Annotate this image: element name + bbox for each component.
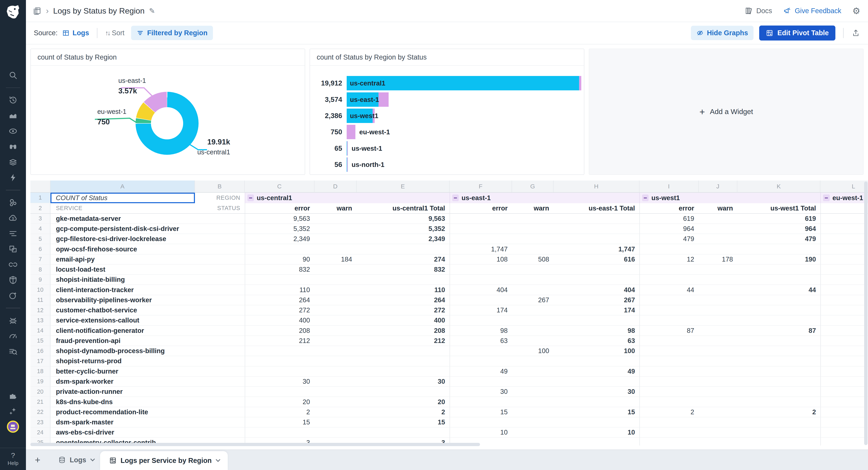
cell[interactable] (820, 397, 868, 407)
value-cell[interactable]: 400 (245, 315, 314, 325)
value-cell[interactable] (699, 224, 737, 234)
value-cell[interactable]: 2,349 (245, 234, 314, 244)
value-cell[interactable]: 9,563 (245, 214, 314, 224)
value-cell[interactable] (450, 295, 512, 305)
service-name[interactable]: observability-pipelines-worker (51, 295, 195, 305)
cell[interactable] (820, 387, 868, 397)
value-cell[interactable] (450, 275, 512, 285)
sidebar-item-log-search[interactable] (5, 344, 21, 359)
cell[interactable] (820, 224, 868, 234)
cell[interactable] (820, 417, 868, 428)
value-cell[interactable]: 98 (554, 326, 640, 336)
value-cell[interactable] (554, 438, 640, 445)
value-cell[interactable]: 404 (554, 285, 640, 295)
cell[interactable] (195, 305, 245, 315)
bar-row-eu-west-1[interactable]: 750eu-west-1 (310, 124, 584, 140)
user-avatar[interactable] (7, 420, 19, 433)
value-cell[interactable]: 508 (512, 254, 554, 264)
cell[interactable] (195, 285, 245, 295)
cell[interactable] (195, 346, 245, 356)
value-cell[interactable] (512, 214, 554, 224)
value-cell[interactable]: 5,352 (245, 224, 314, 234)
value-cell[interactable] (356, 356, 450, 366)
value-cell[interactable] (314, 428, 356, 438)
value-cell[interactable] (640, 305, 699, 315)
value-cell[interactable] (699, 234, 737, 244)
value-cell[interactable] (640, 244, 699, 254)
column-letter-F[interactable]: F (450, 181, 512, 193)
collapse-group-icon[interactable]: − (823, 194, 830, 201)
value-cell[interactable]: 44 (640, 285, 699, 295)
group-header-us-central1[interactable]: −us-central1 (245, 193, 450, 203)
value-cell[interactable] (699, 397, 737, 407)
service-name[interactable]: shopist-dynamodb-process-billing (51, 346, 195, 356)
value-cell[interactable] (737, 438, 820, 445)
value-cell[interactable] (737, 387, 820, 397)
value-cell[interactable] (640, 367, 699, 377)
value-cell[interactable] (512, 326, 554, 336)
service-name[interactable]: aws-ebs-csi-driver (51, 428, 195, 438)
value-cell[interactable] (450, 264, 512, 275)
value-cell[interactable] (640, 295, 699, 305)
value-cell[interactable] (699, 356, 737, 366)
value-cell[interactable]: 174 (450, 305, 512, 315)
sidebar-item-ci-pipelines[interactable] (5, 257, 21, 273)
value-cell[interactable] (699, 285, 737, 295)
sidebar-item-apm[interactable] (5, 139, 21, 155)
value-cell[interactable]: 267 (512, 295, 554, 305)
value-cell[interactable] (512, 377, 554, 387)
value-cell[interactable] (699, 377, 737, 387)
value-cell[interactable] (640, 356, 699, 366)
cell[interactable] (195, 264, 245, 275)
value-cell[interactable] (356, 387, 450, 397)
cell[interactable] (195, 367, 245, 377)
value-cell[interactable]: 30 (245, 377, 314, 387)
value-cell[interactable]: 2 (245, 407, 314, 417)
collapse-group-icon[interactable]: − (642, 194, 649, 201)
value-cell[interactable] (245, 356, 314, 366)
bar-row-us-north-1[interactable]: 56us-north-1 (310, 156, 584, 173)
value-cell[interactable] (512, 336, 554, 346)
value-cell[interactable] (737, 244, 820, 254)
cell[interactable] (820, 275, 868, 285)
service-name[interactable]: product-recommendation-lite (51, 407, 195, 417)
cell[interactable] (195, 326, 245, 336)
value-cell[interactable] (450, 214, 512, 224)
value-cell[interactable]: 832 (356, 264, 450, 275)
service-name[interactable]: email-api-py (51, 254, 195, 264)
value-cell[interactable] (699, 387, 737, 397)
sidebar-item-synthetics[interactable] (5, 288, 21, 304)
value-cell[interactable]: 30 (450, 387, 512, 397)
value-cell[interactable] (640, 417, 699, 428)
value-cell[interactable]: 10 (554, 428, 640, 438)
value-cell[interactable] (314, 377, 356, 387)
selected-cell-a1[interactable]: COUNT of Status (51, 193, 195, 203)
value-cell[interactable]: 184 (314, 254, 356, 264)
service-name[interactable]: fraud-prevention-api (51, 336, 195, 346)
value-cell[interactable] (314, 295, 356, 305)
value-cell[interactable] (450, 356, 512, 366)
sidebar-item-security[interactable] (5, 272, 21, 288)
cell[interactable] (195, 336, 245, 346)
cell[interactable] (195, 387, 245, 397)
value-cell[interactable] (554, 397, 640, 407)
cell[interactable] (820, 285, 868, 295)
bar-row-us-west1[interactable]: 2,386us-west1 (310, 107, 584, 124)
cell[interactable] (195, 428, 245, 438)
value-cell[interactable] (314, 224, 356, 234)
value-cell[interactable]: 1,747 (450, 244, 512, 254)
column-letter-E[interactable]: E (356, 181, 450, 193)
cell[interactable] (195, 275, 245, 285)
value-cell[interactable] (640, 264, 699, 275)
value-cell[interactable] (737, 377, 820, 387)
sort-button[interactable]: ↑↓ Sort (105, 29, 124, 37)
value-cell[interactable] (699, 315, 737, 325)
column-letter-H[interactable]: H (554, 181, 640, 193)
value-cell[interactable] (450, 234, 512, 244)
value-cell[interactable]: 90 (245, 254, 314, 264)
value-cell[interactable]: 108 (450, 254, 512, 264)
value-cell[interactable]: 12 (640, 254, 699, 264)
bar-widget[interactable]: count of Status by Region by Status 19,9… (310, 49, 584, 175)
value-cell[interactable]: 15 (450, 407, 512, 417)
value-cell[interactable] (314, 356, 356, 366)
